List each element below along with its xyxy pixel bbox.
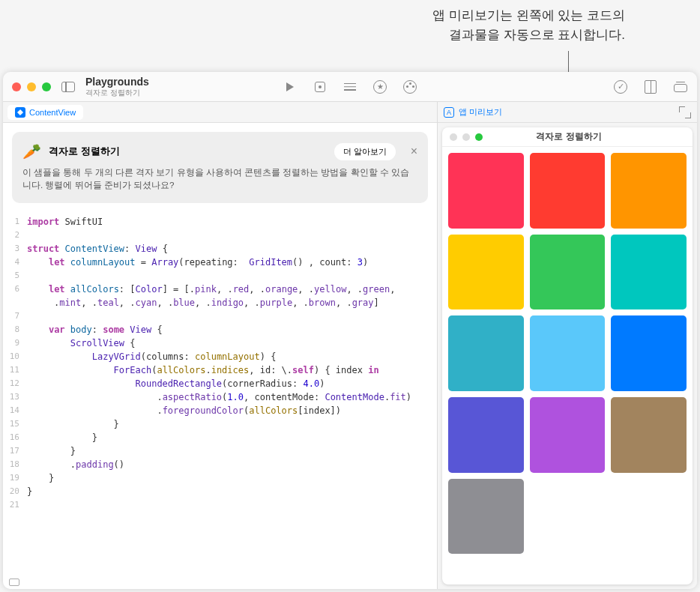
code-line[interactable]: 10 LazyVGrid(columns: columnLayout) { [3, 350, 437, 363]
color-grid [448, 153, 687, 554]
code-editor[interactable]: 1import SwiftUI23struct ContentView: Vie… [3, 212, 437, 590]
code-line[interactable]: 6 let allColors: [Color] = [.pink, .red,… [3, 283, 437, 296]
preview-window-title: 격자로 정렬하기 [483, 130, 655, 143]
code-line[interactable]: 15 } [3, 417, 437, 431]
line-number: 8 [3, 323, 27, 336]
preview-tab-label: 앱 미리보기 [459, 106, 502, 118]
info-card: 🥕 격자로 정렬하기 더 알아보기 × 이 샘플을 통해 두 개의 다른 격자 … [12, 132, 428, 203]
preview-content[interactable] [442, 147, 693, 585]
close-icon[interactable]: × [411, 145, 417, 158]
title-block: Playgrounds 격자로 정렬하기 [85, 76, 149, 96]
learn-more-button[interactable]: 더 알아보기 [334, 143, 396, 160]
line-number: 21 [3, 498, 27, 512]
line-number: 2 [3, 229, 27, 242]
code-line[interactable]: 3struct ContentView: View { [3, 242, 437, 256]
code-line[interactable]: 5 [3, 269, 437, 283]
capabilities-icon[interactable]: ★ [372, 79, 387, 94]
code-content[interactable]: LazyVGrid(columns: columnLayout) { [27, 350, 276, 363]
settings-icon[interactable] [343, 79, 357, 94]
code-content[interactable]: ScrollView { [27, 336, 136, 350]
info-description: 이 샘플을 통해 두 개의 다른 격자 보기 유형을 사용하여 콘텐츠를 정렬하… [22, 166, 417, 193]
code-content[interactable]: import SwiftUI [27, 215, 103, 229]
preview-minimize-button[interactable] [462, 133, 470, 141]
color-tile [530, 153, 606, 229]
code-line[interactable]: 12 RoundedRectangle(cornerRadius: 4.0) [3, 377, 437, 390]
code-content[interactable]: } [27, 431, 97, 444]
code-line[interactable]: 13 .aspectRatio(1.0, contentMode: Conten… [3, 390, 437, 404]
code-line[interactable]: 18 .padding() [3, 458, 437, 471]
code-content[interactable]: struct ContentView: View { [27, 242, 168, 256]
editor-tab-bar: ContentView [3, 102, 437, 123]
preview-titlebar: 격자로 정렬하기 [442, 127, 693, 147]
code-line[interactable]: 7 [3, 309, 437, 323]
code-line[interactable]: 11 ForEach(allColors.indices, id: \.self… [3, 363, 437, 377]
color-tile [530, 235, 606, 310]
code-line[interactable]: 8 var body: some View { [3, 323, 437, 336]
line-number: 11 [3, 363, 27, 377]
line-number: 13 [3, 390, 27, 404]
code-line[interactable]: 2 [3, 229, 437, 242]
line-number: 7 [3, 309, 27, 323]
code-content[interactable]: .padding() [27, 458, 124, 471]
code-content[interactable]: } [27, 444, 76, 458]
line-number: 3 [3, 242, 27, 256]
code-content[interactable]: } [27, 485, 32, 498]
code-line[interactable]: 14 .foregroundColor(allColors[index]) [3, 404, 437, 417]
code-line[interactable]: 17 } [3, 444, 437, 458]
documents-icon[interactable] [673, 79, 688, 94]
color-tile [530, 397, 606, 473]
code-line[interactable]: .mint, .teal, .cyan, .blue, .indigo, .pu… [3, 296, 437, 309]
annotation-callout: 앱 미리보기는 왼쪽에 있는 코드의 결과물을 자동으로 표시합니다. [432, 6, 625, 44]
code-content[interactable]: .mint, .teal, .cyan, .blue, .indigo, .pu… [27, 296, 379, 309]
code-content[interactable]: } [27, 417, 119, 431]
preview-zoom-button[interactable] [475, 133, 483, 141]
traffic-lights [12, 82, 51, 91]
code-content[interactable]: .aspectRatio(1.0, contentMode: ContentMo… [27, 390, 411, 404]
code-content[interactable]: let allColors: [Color] = [.pink, .red, .… [27, 283, 395, 296]
line-number: 1 [3, 215, 27, 229]
code-content[interactable]: var body: some View { [27, 323, 163, 336]
preview-pane: A 앱 미리보기 격자로 정렬하기 [438, 102, 697, 589]
carrot-icon: 🥕 [22, 142, 41, 160]
minimize-button[interactable] [27, 82, 36, 91]
color-tile [611, 397, 687, 473]
line-number: 12 [3, 377, 27, 390]
preview-icon: A [444, 107, 454, 118]
code-line[interactable]: 1import SwiftUI [3, 215, 437, 229]
code-line[interactable]: 16 } [3, 431, 437, 444]
line-number: 4 [3, 256, 27, 269]
tab-contentview[interactable]: ContentView [7, 105, 83, 120]
line-number: 14 [3, 404, 27, 417]
zoom-button[interactable] [42, 82, 51, 91]
tab-label: ContentView [29, 108, 76, 117]
expand-icon[interactable] [679, 106, 691, 118]
close-button[interactable] [12, 82, 21, 91]
color-tile [448, 235, 524, 310]
code-line[interactable]: 4 let columnLayout = Array(repeating: Gr… [3, 256, 437, 269]
line-number: 16 [3, 431, 27, 444]
code-content[interactable]: } [27, 471, 54, 485]
preview-close-button[interactable] [450, 133, 457, 141]
color-tile [530, 315, 606, 391]
code-content[interactable]: RoundedRectangle(cornerRadius: 4.0) [27, 377, 325, 390]
code-content[interactable]: let columnLayout = Array(repeating: Grid… [27, 256, 368, 269]
color-tile [448, 315, 524, 391]
code-line[interactable]: 20} [3, 485, 437, 498]
line-number: 9 [3, 336, 27, 350]
color-tile [448, 479, 524, 555]
code-line[interactable]: 19 } [3, 471, 437, 485]
code-line[interactable]: 21 [3, 498, 437, 512]
code-content[interactable]: ForEach(allColors.indices, id: \.self) {… [27, 363, 379, 377]
status-icon [9, 579, 19, 586]
run-button[interactable] [283, 79, 298, 94]
appearance-icon[interactable] [402, 79, 417, 94]
color-tile [448, 397, 524, 473]
issues-icon[interactable]: ✓ [613, 79, 628, 94]
code-content[interactable]: .foregroundColor(allColors[index]) [27, 404, 341, 417]
stop-button[interactable] [313, 79, 328, 94]
sidebar-toggle-icon[interactable] [61, 82, 75, 92]
line-number: 10 [3, 350, 27, 363]
preview-tab[interactable]: A 앱 미리보기 [444, 106, 502, 118]
code-line[interactable]: 9 ScrollView { [3, 336, 437, 350]
library-icon[interactable] [643, 79, 658, 94]
